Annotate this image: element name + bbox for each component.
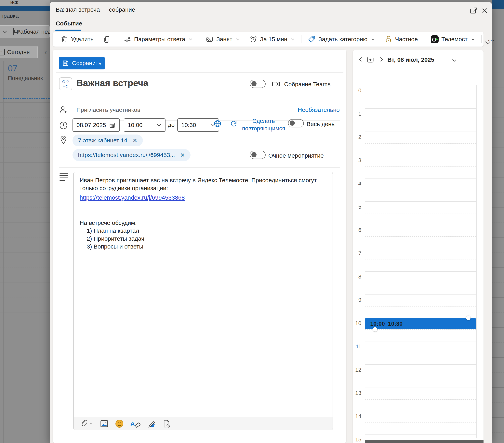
- copy-icon: [103, 35, 110, 43]
- location-chip[interactable]: 7 этаж кабинет 14 ✕: [72, 135, 143, 146]
- day-grid[interactable]: 0123456789101112131415: [353, 50, 484, 443]
- background-theme-bar-right: [492, 0, 504, 9]
- telemost-link[interactable]: https://telemost.yandex.ru/j/6994533868: [80, 194, 185, 202]
- hour-label: 14: [353, 413, 361, 420]
- tab-event[interactable]: Событие: [56, 20, 82, 27]
- background-line: [492, 193, 504, 193]
- grid-gutter-line: [365, 85, 365, 438]
- close-icon[interactable]: [481, 7, 488, 14]
- background-line: [0, 252, 50, 252]
- invite-attendees-input[interactable]: Пригласить участников: [76, 107, 140, 113]
- day-grid-scrollbar[interactable]: [365, 440, 484, 443]
- hour-label: 10: [353, 320, 361, 327]
- copy-button[interactable]: [98, 34, 115, 45]
- remove-location-icon[interactable]: ✕: [132, 137, 137, 144]
- scheduling-poll-button[interactable]: [163, 420, 170, 428]
- background-line: [492, 297, 504, 298]
- hour-line: [365, 387, 476, 388]
- alarm-clock-icon: [249, 35, 257, 43]
- telemost-button[interactable]: Телемост: [426, 34, 480, 45]
- delete-button[interactable]: Удалить: [55, 34, 98, 45]
- background-line: [0, 162, 50, 163]
- all-day-toggle[interactable]: [288, 119, 304, 127]
- background-theme-bar: [0, 6, 50, 11]
- chevron-left-icon[interactable]: ‹: [45, 48, 47, 56]
- background-line: [492, 177, 504, 178]
- event-description-editor[interactable]: Иван Петров приглашает вас на встречу в …: [73, 172, 333, 430]
- show-as-busy-button[interactable]: Занят: [201, 34, 245, 45]
- hour-line: [365, 178, 476, 178]
- response-options-button[interactable]: Параметры ответа: [119, 34, 198, 45]
- hour-line: [365, 271, 476, 271]
- repeat-icon[interactable]: [230, 119, 238, 128]
- collapse-ribbon-icon[interactable]: [484, 39, 491, 46]
- background-line: [492, 117, 504, 118]
- hour-line: [365, 341, 476, 341]
- attach-file-button[interactable]: [80, 420, 93, 428]
- chevron-down-icon: [371, 37, 375, 41]
- background-line: [492, 342, 504, 343]
- background-line: [492, 73, 504, 73]
- telemost-icon: [431, 35, 439, 43]
- meeting-link-chip[interactable]: https://telemost.yandex.ru/j/699453... ✕: [72, 149, 191, 161]
- in-person-toggle[interactable]: [250, 151, 266, 159]
- categorize-button[interactable]: Задать категорию: [303, 34, 380, 45]
- hour-label: 7: [353, 250, 361, 257]
- remove-link-icon[interactable]: ✕: [180, 152, 185, 159]
- clear-formatting-button[interactable]: A: [130, 420, 140, 427]
- hour-line: [365, 411, 476, 411]
- background-line: [0, 432, 50, 432]
- event-title-input[interactable]: Важная встреча: [76, 78, 148, 88]
- emoji-picker-button[interactable]: ⊘♡+↻: [59, 77, 72, 90]
- background-line: [0, 372, 50, 372]
- background-line: [0, 342, 50, 342]
- reminder-button[interactable]: За 15 мин: [245, 34, 300, 45]
- end-time-select[interactable]: 10:30: [177, 118, 219, 132]
- emoji-button[interactable]: [115, 420, 123, 428]
- make-recurring-link[interactable]: Сделать повторяющимся: [240, 117, 287, 132]
- view-selector-dropdown[interactable]: Рабочая нед: [0, 25, 50, 38]
- event-resize-handle-bottom[interactable]: [373, 327, 377, 331]
- background-line: [492, 28, 504, 28]
- screen: иск правка Рабочая нед Сегодня ‹ 07 Поне…: [0, 0, 504, 443]
- event-resize-handle-top[interactable]: [466, 316, 470, 320]
- today-button[interactable]: Сегодня: [0, 46, 38, 58]
- divider: [56, 72, 343, 73]
- background-line: [0, 222, 50, 222]
- hour-label: 1: [353, 111, 361, 117]
- in-person-label: Очное мероприятие: [268, 152, 324, 159]
- event-form: Сохранить ⊘♡+↻ Важная встреча Собрание T…: [53, 50, 346, 443]
- hour-label: 13: [353, 390, 361, 396]
- background-line: [0, 192, 50, 193]
- start-time-select[interactable]: 10:00: [124, 118, 165, 132]
- background-line: [492, 133, 504, 133]
- half-hour-line: [365, 376, 476, 376]
- teams-meeting-toggle[interactable]: [250, 80, 266, 88]
- chevron-down-icon: [188, 37, 193, 41]
- background-line: [0, 237, 50, 237]
- background-line: [492, 163, 504, 163]
- draw-button[interactable]: [147, 420, 156, 428]
- background-line: [0, 282, 50, 282]
- private-button[interactable]: Частное: [380, 34, 422, 45]
- hour-label: 0: [353, 87, 361, 94]
- timezone-globe-icon[interactable]: [213, 119, 222, 128]
- insert-image-button[interactable]: [100, 420, 108, 428]
- location-pin-icon: [59, 135, 68, 145]
- hour-label: 15: [353, 437, 361, 443]
- optional-attendees-link[interactable]: Необязательно: [298, 107, 340, 113]
- half-hour-line: [365, 143, 476, 144]
- save-button[interactable]: Сохранить: [59, 57, 105, 69]
- chevron-down-icon: [471, 37, 475, 41]
- background-line: [492, 372, 504, 373]
- toolbar-divider: [481, 35, 482, 43]
- chevron-down-icon: [235, 37, 240, 41]
- background-line: [492, 432, 504, 433]
- background-line: [492, 402, 504, 403]
- hour-line: [365, 85, 476, 85]
- agenda-item: 2) Приоритеты задач: [80, 235, 327, 243]
- hour-label: 8: [353, 273, 361, 280]
- date-input[interactable]: 08.07.2025: [72, 118, 120, 132]
- popout-icon[interactable]: [470, 7, 478, 14]
- calendar-event-block[interactable]: 10:00–10:30: [365, 318, 476, 329]
